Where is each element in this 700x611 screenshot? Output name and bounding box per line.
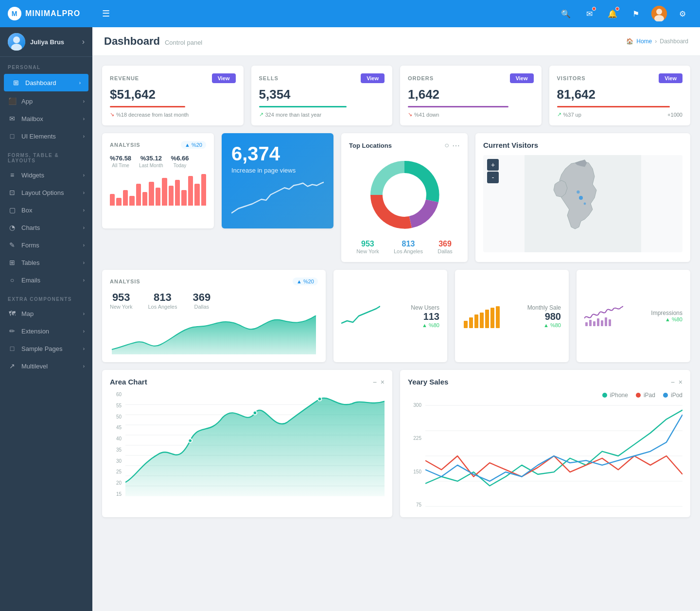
stats-row: REVENUE View $51,642 ↘ %18 decrease from…	[102, 66, 690, 125]
sidebar-widgets-label: Widgets	[21, 172, 78, 179]
brand-logo[interactable]: M MINIMALPRO	[0, 0, 92, 27]
sidebar-widgets-icon: ≡	[8, 171, 17, 179]
monthly-sale-info: Monthly Sale 980 ▲ %80	[509, 304, 561, 328]
stat-visitors-view-button[interactable]: View	[659, 73, 682, 83]
sidebar-emails-arrow: ›	[83, 278, 85, 283]
sidebar-map-icon: 🗺	[8, 310, 17, 317]
sidebar-item-dashboard[interactable]: ⊞ Dashboard ›	[4, 74, 88, 91]
sidebar-charts-icon: ◔	[8, 224, 17, 231]
sidebar-mailbox-arrow: ›	[83, 116, 85, 122]
sidebar-item-mailbox[interactable]: ✉ Mailbox ›	[0, 110, 92, 127]
sidebar-item-multilevel[interactable]: ↗ Multilevel ›	[0, 357, 92, 375]
monthly-sale-value: 980	[509, 311, 561, 322]
sidebar-tables-icon: ⊞	[8, 259, 17, 266]
stat-visitors-change: ↗ %37 up	[557, 111, 581, 118]
yearly-sales-title: Yeary Sales	[408, 378, 448, 386]
sidebar-app-label: App	[21, 98, 78, 105]
yearly-sales-controls: − ×	[671, 378, 682, 386]
svg-rect-24	[609, 319, 611, 326]
analysis-top-title: ANALYSIS	[110, 142, 140, 148]
sidebar-item-extension[interactable]: ✏ Extension ›	[0, 322, 92, 340]
stat-revenue-view-button[interactable]: View	[212, 73, 236, 83]
user-arrow: ›	[82, 37, 85, 46]
sidebar-app-icon: ⬛	[8, 97, 17, 105]
svg-rect-22	[601, 320, 603, 326]
sidebar-item-layout-options[interactable]: ⊡ Layout Options ›	[0, 184, 92, 201]
sidebar-forms-arrow: ›	[83, 243, 85, 248]
area-chart-minimize-button[interactable]: −	[373, 378, 377, 386]
yearly-sales-legend: iPhone iPad iPod	[408, 392, 682, 399]
stat-sells-change-text: 324 more than last year	[265, 112, 322, 118]
sidebar-item-tables[interactable]: ⊞ Tables ›	[0, 254, 92, 271]
map-zoom-out-button[interactable]: -	[487, 172, 499, 183]
yearly-sales-close-button[interactable]: ×	[679, 378, 682, 386]
sidebar-forms-label: Forms	[21, 242, 78, 249]
search-icon[interactable]: 🔍	[558, 6, 574, 21]
analysis-bar-8	[162, 178, 167, 206]
svg-point-35	[253, 411, 257, 415]
sidebar-charts-label: Charts	[21, 224, 78, 231]
sidebar-sample-pages-label: Sample Pages	[21, 345, 78, 352]
analysis-bar-13	[194, 184, 199, 206]
header-avatar[interactable]	[651, 6, 667, 21]
svg-point-6	[383, 173, 426, 217]
svg-point-8	[579, 196, 583, 200]
breadcrumb-current: Dashboard	[660, 38, 688, 45]
sidebar-item-emails[interactable]: ○ Emails ›	[0, 271, 92, 289]
sidebar-tables-label: Tables	[21, 259, 78, 266]
svg-rect-13	[474, 314, 478, 328]
sidebar-item-widgets[interactable]: ≡ Widgets ›	[0, 166, 92, 184]
notification-icon[interactable]: 🔔	[605, 6, 620, 21]
sidebar-dashboard-label: Dashboard	[25, 79, 74, 87]
stat-sells-view-button[interactable]: View	[361, 73, 385, 83]
menu-toggle-icon[interactable]: ☰	[102, 8, 110, 19]
sidebar-layout-options-label: Layout Options	[21, 189, 78, 196]
sidebar-item-app[interactable]: ⬛ App ›	[0, 92, 92, 110]
sidebar-emails-label: Emails	[21, 277, 78, 284]
featured-label: Increase in page views	[231, 167, 324, 174]
mail-icon[interactable]: ✉	[581, 6, 597, 21]
breadcrumb-home-link[interactable]: Home	[636, 38, 652, 45]
sidebar-extension-label: Extension	[21, 328, 78, 335]
abs-la-num: 813	[148, 291, 177, 304]
flag-icon[interactable]: ⚑	[628, 6, 644, 21]
svg-point-36	[318, 397, 322, 401]
svg-rect-15	[485, 310, 489, 328]
sidebar-dashboard-arrow: ›	[79, 80, 81, 86]
sidebar-user[interactable]: Juliya Brus ›	[0, 27, 92, 57]
sidebar-dashboard-icon: ⊞	[12, 79, 20, 87]
analysis-top-badge: ▲ %20	[181, 141, 206, 149]
sidebar-item-ui-elements[interactable]: □ UI Elements ›	[0, 127, 92, 145]
stat-visitors-change-text: %37 up	[563, 112, 581, 118]
area-chart-close-button[interactable]: ×	[381, 378, 385, 386]
stat-orders-view-button[interactable]: View	[510, 73, 534, 83]
page-title: Dashboard	[104, 35, 160, 48]
location-dallas-lbl: Dallas	[438, 248, 453, 254]
map-zoom-in-button[interactable]: +	[487, 159, 499, 171]
legend-ipod-label: iPod	[671, 392, 682, 399]
mini-stat-impressions: Impressions ▲ %80	[577, 270, 690, 362]
analysis-mini-row: ANALYSIS ▲ %20 953 New York 813 Los Ange…	[102, 270, 690, 362]
analysis-bar-14	[201, 174, 206, 206]
sidebar-item-sample-pages[interactable]: □ Sample Pages ›	[0, 340, 92, 357]
area-chart-svg	[125, 392, 385, 499]
sidebar-item-map[interactable]: 🗺 Map ›	[0, 305, 92, 322]
locations-circle-icon[interactable]: ○	[444, 141, 449, 150]
sidebar-item-forms[interactable]: ✎ Forms ›	[0, 236, 92, 254]
settings-icon[interactable]: ⚙	[675, 6, 690, 21]
sidebar-mailbox-label: Mailbox	[21, 115, 78, 122]
stat-revenue-change: ↘ %18 decrease from last month	[110, 111, 189, 118]
stat-card-sells: SELLS View 5,354 ↗ 324 more than last ye…	[251, 66, 393, 125]
yearly-sales-card: Yeary Sales − × iPhone iPad	[400, 370, 690, 517]
sidebar-multilevel-label: Multilevel	[21, 363, 78, 370]
locations-dots-icon[interactable]: ⋯	[452, 141, 460, 150]
svg-rect-20	[593, 321, 595, 326]
yearly-sales-minimize-button[interactable]: −	[671, 378, 675, 386]
sidebar-charts-arrow: ›	[83, 225, 85, 230]
main-content: ☰ 🔍 ✉ 🔔 ⚑ ⚙ Dashboard Control panel	[92, 0, 700, 611]
sidebar-item-box[interactable]: ▢ Box ›	[0, 201, 92, 219]
analysis-bar-11	[181, 190, 186, 206]
map-svg	[483, 155, 682, 252]
sidebar-item-charts[interactable]: ◔ Charts ›	[0, 219, 92, 236]
svg-rect-19	[589, 320, 592, 326]
